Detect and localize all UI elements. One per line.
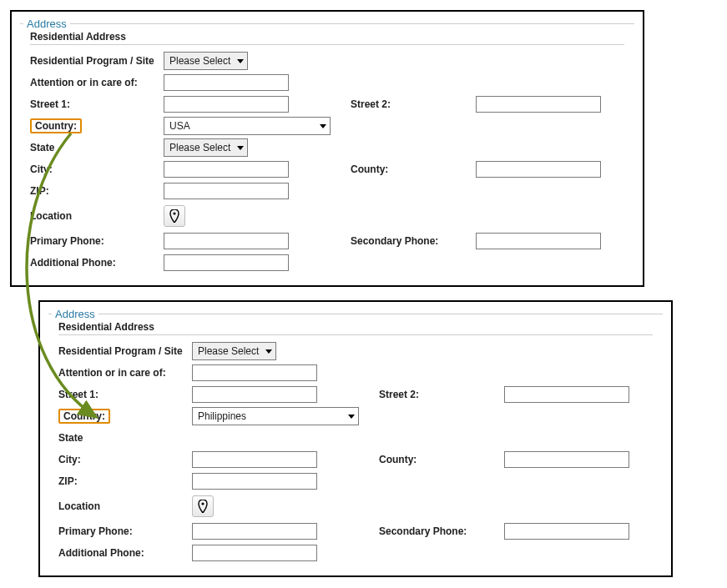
row-zip: ZIP: bbox=[20, 180, 634, 202]
attention-input[interactable] bbox=[164, 74, 289, 91]
zip-label: ZIP: bbox=[58, 475, 192, 487]
address-panel-1: Address Residential Address Residential … bbox=[10, 10, 644, 287]
residential-address-heading: Residential Address bbox=[58, 321, 663, 333]
map-pin-icon bbox=[169, 209, 179, 223]
primary-phone-label: Primary Phone: bbox=[30, 235, 164, 247]
secondary-phone-label: Secondary Phone: bbox=[379, 525, 504, 537]
country-label: Country: bbox=[35, 120, 77, 132]
row-street: Street 1: Street 2: bbox=[20, 93, 634, 115]
street2-input[interactable] bbox=[504, 386, 629, 403]
program-select[interactable]: Please Select bbox=[164, 52, 248, 70]
city-input[interactable] bbox=[192, 451, 317, 468]
location-pin-button[interactable] bbox=[164, 205, 185, 227]
zip-input[interactable] bbox=[192, 473, 317, 490]
city-label: City: bbox=[58, 454, 192, 465]
country-label-highlight: Country: bbox=[30, 118, 82, 133]
attention-label: Attention or in care of: bbox=[30, 77, 164, 88]
location-pin-button[interactable] bbox=[192, 495, 214, 517]
county-input[interactable] bbox=[504, 451, 629, 468]
attention-input[interactable] bbox=[192, 364, 317, 381]
street2-label: Street 2: bbox=[351, 98, 476, 110]
street1-input[interactable] bbox=[192, 386, 317, 403]
secondary-phone-input[interactable] bbox=[476, 233, 601, 249]
state-select[interactable]: Please Select bbox=[164, 138, 248, 157]
row-city: City: County: bbox=[48, 449, 663, 470]
street1-label: Street 1: bbox=[58, 389, 192, 400]
state-select-value: Please Select bbox=[169, 142, 230, 153]
city-label: City: bbox=[30, 163, 164, 175]
country-select[interactable]: USA bbox=[164, 117, 331, 135]
residential-address-heading: Residential Address bbox=[30, 31, 634, 43]
country-select-value: USA bbox=[169, 120, 190, 132]
additional-phone-input[interactable] bbox=[164, 254, 289, 271]
program-label: Residential Program / Site bbox=[58, 345, 192, 357]
primary-phone-label: Primary Phone: bbox=[58, 525, 192, 537]
svg-point-0 bbox=[173, 212, 175, 214]
country-select-value: Philippines bbox=[198, 410, 246, 422]
location-label: Location bbox=[58, 500, 192, 512]
row-location: Location bbox=[48, 492, 663, 520]
additional-phone-label: Additional Phone: bbox=[30, 257, 164, 269]
address-panel-2: Address Residential Address Residential … bbox=[38, 300, 673, 577]
row-additional-phone: Additional Phone: bbox=[20, 252, 634, 274]
additional-phone-input[interactable] bbox=[192, 545, 317, 561]
chevron-down-icon bbox=[265, 349, 272, 354]
county-label: County: bbox=[379, 454, 504, 465]
location-label: Location bbox=[30, 210, 164, 222]
row-location: Location bbox=[20, 202, 634, 230]
program-select-value: Please Select bbox=[169, 55, 230, 67]
street1-label: Street 1: bbox=[30, 98, 164, 110]
program-select[interactable]: Please Select bbox=[192, 342, 276, 360]
row-primary-phone: Primary Phone: Secondary Phone: bbox=[48, 520, 663, 542]
chevron-down-icon bbox=[237, 59, 244, 63]
zip-label: ZIP: bbox=[30, 185, 164, 197]
row-primary-phone: Primary Phone: Secondary Phone: bbox=[20, 230, 634, 252]
row-additional-phone: Additional Phone: bbox=[48, 542, 663, 564]
country-select[interactable]: Philippines bbox=[192, 407, 359, 425]
row-attention: Attention or in care of: bbox=[20, 72, 634, 93]
map-pin-icon bbox=[198, 500, 208, 513]
row-program: Residential Program / Site Please Select bbox=[20, 50, 634, 72]
state-label: State bbox=[30, 142, 164, 153]
state-label: State bbox=[58, 432, 192, 444]
zip-input[interactable] bbox=[164, 183, 289, 199]
street2-label: Street 2: bbox=[379, 389, 504, 400]
country-label-highlight: Country: bbox=[58, 409, 110, 424]
row-state: State Please Select bbox=[20, 137, 634, 158]
primary-phone-input[interactable] bbox=[164, 233, 289, 249]
row-country: Country: Philippines bbox=[48, 405, 663, 427]
row-zip: ZIP: bbox=[48, 470, 663, 492]
chevron-down-icon bbox=[320, 124, 326, 128]
row-city: City: County: bbox=[20, 158, 634, 180]
chevron-down-icon bbox=[237, 146, 244, 150]
row-state: State bbox=[48, 427, 663, 449]
row-country: Country: USA bbox=[20, 115, 634, 137]
street1-input[interactable] bbox=[164, 96, 289, 113]
additional-phone-label: Additional Phone: bbox=[58, 547, 192, 559]
country-label: Country: bbox=[63, 410, 105, 422]
row-street: Street 1: Street 2: bbox=[48, 384, 663, 405]
row-attention: Attention or in care of: bbox=[48, 362, 663, 384]
row-program: Residential Program / Site Please Select bbox=[48, 340, 663, 362]
program-select-value: Please Select bbox=[198, 345, 259, 357]
city-input[interactable] bbox=[164, 161, 289, 178]
primary-phone-input[interactable] bbox=[192, 523, 317, 540]
secondary-phone-label: Secondary Phone: bbox=[351, 235, 476, 247]
secondary-phone-input[interactable] bbox=[504, 523, 629, 540]
legend: Address bbox=[23, 16, 70, 30]
attention-label: Attention or in care of: bbox=[58, 367, 192, 379]
chevron-down-icon bbox=[348, 415, 355, 419]
street2-input[interactable] bbox=[476, 96, 601, 113]
program-label: Residential Program / Site bbox=[30, 55, 164, 67]
county-label: County: bbox=[351, 163, 476, 175]
svg-point-1 bbox=[201, 502, 204, 505]
county-input[interactable] bbox=[476, 161, 601, 178]
legend: Address bbox=[52, 306, 98, 320]
